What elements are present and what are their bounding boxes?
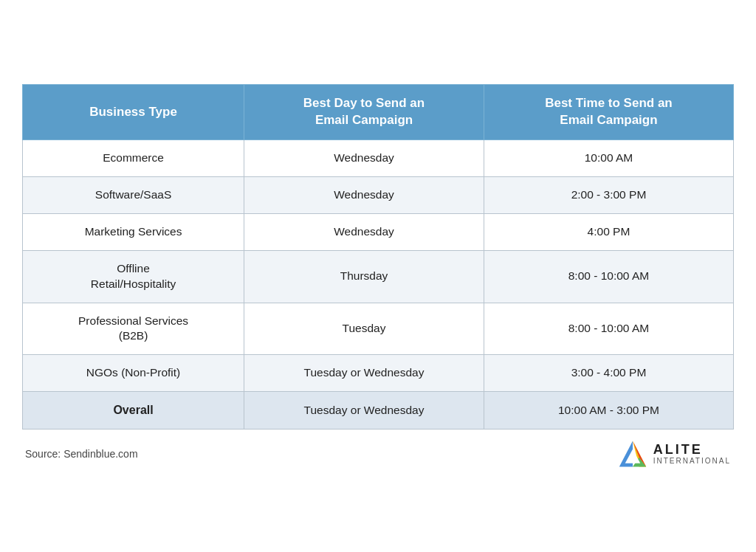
footer: Source: Sendinblue.com ALITE INTERNATION… [22,440,734,468]
cell-best-time: 4:00 PM [484,213,733,250]
cell-best-day: Thursday [244,250,484,303]
col-header-best-time: Best Time to Send anEmail Campaign [484,85,733,140]
table-row: NGOs (Non-Profit)Tuesday or Wednesday3:0… [23,355,734,392]
table-row: Professional Services(B2B)Tuesday8:00 - … [23,303,734,355]
cell-business-type: NGOs (Non-Profit) [23,355,244,392]
cell-best-day: Wednesday [244,213,484,250]
cell-best-time: 3:00 - 4:00 PM [484,355,733,392]
table-row: OfflineRetail/HospitalityThursday8:00 - … [23,250,734,303]
cell-best-day: Tuesday or Wednesday [244,355,484,392]
table-row: Marketing ServicesWednesday4:00 PM [23,213,734,250]
cell-best-time: 10:00 AM - 3:00 PM [484,392,733,429]
page-wrapper: Business Type Best Day to Send anEmail C… [22,84,734,468]
cell-best-day: Tuesday [244,303,484,355]
source-text: Source: Sendinblue.com [25,448,138,460]
logo-area: ALITE INTERNATIONAL [618,440,731,468]
cell-best-day: Tuesday or Wednesday [244,392,484,429]
table-row: OverallTuesday or Wednesday10:00 AM - 3:… [23,392,734,429]
cell-business-type: Overall [23,392,244,429]
cell-business-type: Professional Services(B2B) [23,303,244,355]
email-campaign-table: Business Type Best Day to Send anEmail C… [22,84,734,429]
cell-business-type: Software/SaaS [23,176,244,213]
col-header-business-type: Business Type [23,85,244,140]
cell-best-day: Wednesday [244,139,484,176]
cell-business-type: Marketing Services [23,213,244,250]
cell-best-day: Wednesday [244,176,484,213]
cell-business-type: Ecommerce [23,139,244,176]
cell-best-time: 10:00 AM [484,139,733,176]
table-header-row: Business Type Best Day to Send anEmail C… [23,85,734,140]
col-header-best-day: Best Day to Send anEmail Campaign [244,85,484,140]
cell-business-type: OfflineRetail/Hospitality [23,250,244,303]
cell-best-time: 8:00 - 10:00 AM [484,250,733,303]
logo-name: ALITE [653,443,731,458]
logo-text: ALITE INTERNATIONAL [653,443,731,466]
logo-icon [618,440,647,468]
cell-best-time: 2:00 - 3:00 PM [484,176,733,213]
cell-best-time: 8:00 - 10:00 AM [484,303,733,355]
table-row: EcommerceWednesday10:00 AM [23,139,734,176]
logo-subtitle: INTERNATIONAL [653,457,731,465]
table-row: Software/SaaSWednesday2:00 - 3:00 PM [23,176,734,213]
